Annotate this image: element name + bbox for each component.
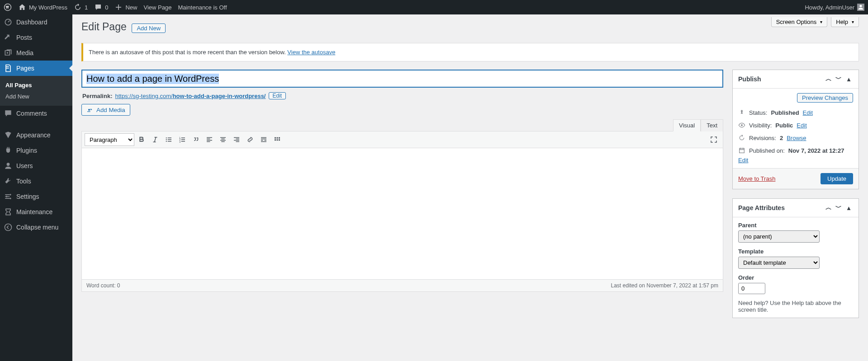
move-to-trash-link[interactable]: Move to Trash — [738, 175, 775, 182]
svg-point-11 — [166, 141, 167, 142]
sidebar-item-tools[interactable]: Tools — [0, 173, 72, 189]
toolbar-toggle-button[interactable] — [271, 133, 284, 146]
avatar — [857, 4, 864, 11]
media-icon — [86, 106, 94, 113]
preview-changes-button[interactable]: Preview Changes — [797, 93, 853, 103]
word-count: Word count: 0 — [86, 282, 120, 289]
svg-point-9 — [166, 137, 167, 138]
new-link[interactable]: New — [114, 3, 137, 11]
tab-text[interactable]: Text — [701, 119, 723, 131]
template-select[interactable]: Default template — [738, 257, 820, 269]
edit-date-link[interactable]: Edit — [738, 157, 748, 164]
order-label: Order — [738, 274, 853, 281]
eye-icon — [738, 122, 745, 129]
svg-point-3 — [7, 163, 10, 166]
sidebar-item-plugins[interactable]: Plugins — [0, 143, 72, 158]
svg-rect-22 — [740, 148, 745, 153]
howdy-user[interactable]: Howdy, AdminUser — [805, 4, 864, 11]
view-autosave-link[interactable]: View the autosave — [287, 49, 335, 56]
collapse-menu[interactable]: Collapse menu — [0, 220, 72, 235]
sidebar-item-settings[interactable]: Settings — [0, 189, 72, 204]
update-button[interactable]: Update — [821, 173, 853, 184]
sidebar-item-appearance[interactable]: Appearance — [0, 127, 72, 143]
svg-point-2 — [7, 52, 8, 53]
caret-up-icon[interactable]: ▴ — [844, 203, 853, 212]
browse-revisions-link[interactable]: Browse — [787, 135, 806, 141]
svg-point-4 — [9, 194, 11, 195]
pin-icon — [738, 109, 745, 116]
last-edited: Last edited on November 7, 2022 at 1:57 … — [611, 282, 719, 289]
submenu-all-pages[interactable]: All Pages — [0, 80, 72, 91]
more-button[interactable] — [257, 133, 270, 146]
publish-box: Publish ︿ ﹀ ▴ Preview Changes Status: Pu… — [732, 70, 859, 189]
align-center-button[interactable] — [217, 133, 229, 146]
chevron-down-icon[interactable]: ﹀ — [834, 75, 843, 84]
order-input[interactable] — [738, 283, 765, 294]
chevron-up-icon[interactable]: ︿ — [824, 203, 833, 212]
svg-point-8 — [88, 109, 90, 111]
updates-link[interactable]: 1 — [74, 3, 88, 11]
tab-visual[interactable]: Visual — [673, 119, 701, 131]
main-content: Screen Options Help Edit Page Add New Th… — [72, 14, 868, 345]
quote-button[interactable] — [190, 133, 202, 146]
edit-visibility-link[interactable]: Edit — [797, 122, 806, 129]
format-select[interactable]: Paragraph — [85, 133, 134, 146]
parent-select[interactable]: (no parent) — [738, 230, 820, 243]
fullscreen-button[interactable] — [707, 133, 720, 146]
svg-rect-15 — [275, 137, 276, 139]
ol-button[interactable]: 123 — [176, 133, 189, 146]
screen-options-button[interactable]: Screen Options — [771, 17, 828, 27]
admin-bar: My WordPress 1 0 New View Page Maintenan… — [0, 0, 868, 14]
svg-rect-16 — [277, 137, 278, 139]
sidebar-item-maintenance[interactable]: Maintenance — [0, 204, 72, 220]
add-media-button[interactable]: Add Media — [81, 104, 130, 116]
wp-logo[interactable] — [4, 3, 12, 11]
caret-up-icon[interactable]: ▴ — [844, 75, 853, 84]
link-button[interactable] — [244, 133, 256, 146]
template-label: Template — [738, 248, 853, 255]
permalink-row: Permalink: https://sg-testing.com/how-to… — [81, 88, 723, 104]
view-page-link[interactable]: View Page — [143, 4, 171, 11]
sidebar-submenu: All Pages Add New — [0, 76, 72, 106]
submenu-add-new[interactable]: Add New — [0, 91, 72, 102]
page-attributes-box: Page Attributes ︿ ﹀ ▴ Parent (no parent)… — [732, 198, 859, 318]
italic-button[interactable] — [149, 133, 161, 146]
svg-point-6 — [9, 198, 11, 199]
svg-point-7 — [5, 224, 12, 231]
bold-button[interactable] — [135, 133, 148, 146]
sidebar-item-dashboard[interactable]: Dashboard — [0, 14, 72, 30]
svg-rect-18 — [275, 139, 276, 141]
align-left-button[interactable] — [203, 133, 216, 146]
permalink-link[interactable]: https://sg-testing.com/how-to-add-a-page… — [115, 93, 266, 99]
editor-body[interactable] — [82, 148, 723, 279]
edit-status-link[interactable]: Edit — [803, 109, 813, 116]
svg-rect-20 — [279, 139, 280, 141]
help-button[interactable]: Help — [831, 17, 859, 27]
add-new-button[interactable]: Add New — [132, 23, 166, 33]
title-input[interactable] — [81, 70, 723, 88]
edit-slug-button[interactable]: Edit — [269, 92, 286, 99]
align-right-button[interactable] — [230, 133, 243, 146]
sidebar-item-media[interactable]: Media — [0, 45, 72, 61]
chevron-up-icon[interactable]: ︿ — [824, 75, 833, 84]
chevron-down-icon[interactable]: ﹀ — [834, 203, 843, 212]
parent-label: Parent — [738, 222, 853, 229]
sidebar-item-posts[interactable]: Posts — [0, 30, 72, 45]
svg-point-10 — [166, 139, 167, 140]
svg-rect-19 — [277, 139, 278, 141]
site-link[interactable]: My WordPress — [18, 3, 67, 11]
maintenance-link[interactable]: Maintenance is Off — [178, 4, 227, 11]
autosave-notice: There is an autosave of this post that i… — [81, 43, 859, 61]
comments-link[interactable]: 0 — [94, 3, 108, 11]
admin-sidebar: Dashboard Posts Media Pages All Pages Ad… — [0, 14, 72, 345]
editor: Paragraph 123 Word co — [81, 131, 723, 292]
svg-rect-17 — [279, 137, 280, 139]
ul-button[interactable] — [162, 133, 175, 146]
svg-point-21 — [741, 124, 743, 126]
calendar-icon — [738, 147, 745, 154]
editor-toolbar: Paragraph 123 — [82, 131, 723, 148]
sidebar-item-comments[interactable]: Comments — [0, 106, 72, 121]
sidebar-item-pages[interactable]: Pages — [0, 61, 72, 76]
svg-text:3: 3 — [179, 141, 180, 143]
sidebar-item-users[interactable]: Users — [0, 158, 72, 173]
